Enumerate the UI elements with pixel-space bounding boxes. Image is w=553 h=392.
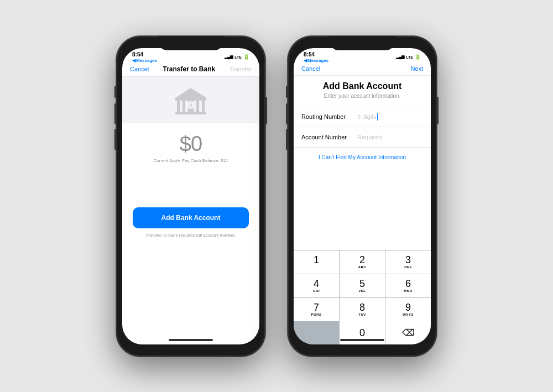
back-label: Messages (136, 58, 157, 63)
volume-down-button2 (286, 129, 288, 150)
screen2-header: Add Bank Account Enter your account info… (314, 76, 411, 107)
amount-display: $0 (180, 132, 202, 156)
status-bar: 8:54 ◀ Messages ▂▄▆ LTE 🔋 (122, 48, 259, 64)
numpad-key-4[interactable]: 4 GHI (294, 274, 339, 297)
back-label2: Messages (307, 58, 328, 63)
cancel-button2[interactable]: Cancel (301, 65, 320, 72)
svg-text:$: $ (189, 103, 192, 108)
numpad-key-5[interactable]: 5 JKL (340, 274, 385, 297)
battery-icon2: 🔋 (415, 54, 421, 60)
next-button[interactable]: Next (410, 65, 423, 72)
back-nav[interactable]: ◀ Messages (132, 58, 157, 63)
numpad-empty (294, 321, 339, 344)
back-arrow2: ◀ (304, 58, 307, 63)
time2: 8:54 (304, 51, 328, 58)
routing-row: Routing Number 9 digits (294, 107, 431, 127)
svg-rect-1 (175, 98, 206, 101)
silent-button2 (286, 86, 288, 98)
numpad: 1 2 ABC 3 DEF 4 (294, 250, 431, 321)
numpad-key-1[interactable]: 1 (294, 250, 339, 274)
back-arrow: ◀ (132, 58, 135, 63)
signal-icon2: ▂▄▆ (396, 55, 404, 59)
form-section: Routing Number 9 digits Account Number R… (294, 107, 431, 148)
numpad-container: 1 2 ABC 3 DEF 4 (294, 250, 431, 344)
phone1-screen: 8:54 ◀ Messages ▂▄▆ LTE 🔋 Cancel Transfe… (122, 48, 259, 344)
svg-marker-2 (175, 88, 206, 98)
screen2-content: Add Bank Account Enter your account info… (294, 76, 431, 344)
numpad-key-3[interactable]: 3 DEF (385, 250, 431, 274)
numpad-key-7[interactable]: 7 PQRS (294, 298, 339, 321)
time: 8:54 (132, 51, 157, 58)
home-indicator2 (340, 339, 384, 341)
cancel-button[interactable]: Cancel (130, 66, 149, 72)
screen2-title: Add Bank Account (323, 81, 402, 91)
bank-icon-area: $ (122, 77, 259, 123)
account-placeholder[interactable]: Required (357, 134, 382, 140)
transfer-button[interactable]: Transfer (229, 66, 252, 72)
phone1: 8:54 ◀ Messages ▂▄▆ LTE 🔋 Cancel Transfe… (116, 36, 265, 357)
svg-rect-9 (175, 112, 206, 114)
add-bank-account-button[interactable]: Add Bank Account (133, 207, 249, 228)
signal-icon: ▂▄▆ (225, 55, 233, 59)
phone2-screen: 8:54 ◀ Messages ▂▄▆ LTE 🔋 Cancel Next (294, 48, 431, 344)
numpad-key-9[interactable]: 9 WXYZ (385, 298, 431, 321)
nav-title: Transfer to Bank (163, 65, 216, 73)
status-bar2: 8:54 ◀ Messages ▂▄▆ LTE 🔋 (294, 48, 431, 64)
power-button2 (437, 97, 439, 124)
bank-icon: $ (174, 87, 207, 117)
volume-down-button (114, 129, 116, 150)
silent-button (114, 86, 116, 98)
phones-container: 8:54 ◀ Messages ▂▄▆ LTE 🔋 Cancel Transfe… (116, 36, 437, 357)
status-icons: ▂▄▆ LTE 🔋 (225, 54, 249, 60)
transfer-note: Transfer to bank requires full account n… (146, 233, 236, 238)
backspace-icon: ⌫ (402, 327, 415, 338)
home-indicator (169, 339, 213, 341)
nav-bar: Cancel Transfer to Bank Transfer (122, 64, 259, 77)
routing-placeholder[interactable]: 9 digits (357, 113, 377, 120)
notch2 (329, 36, 395, 50)
lte-label: LTE (234, 55, 242, 59)
lte-label2: LTE (406, 55, 413, 59)
notch (158, 36, 224, 50)
routing-label: Routing Number (301, 113, 354, 120)
balance-label: Current Apple Pay Cash Balance: $11 (154, 158, 228, 163)
status-icons2: ▂▄▆ LTE 🔋 (396, 54, 421, 60)
cursor (377, 113, 378, 121)
account-row: Account Number Required (294, 127, 431, 147)
nav-bar2: Cancel Next (294, 64, 431, 76)
numpad-backspace[interactable]: ⌫ (385, 321, 431, 344)
numpad-key-6[interactable]: 6 MNO (385, 274, 431, 297)
volume-up-button (114, 103, 116, 124)
cant-find-link[interactable]: I Can't Find My Account Information (319, 148, 406, 165)
back-nav2[interactable]: ◀ Messages (304, 58, 328, 63)
screen-content: $0 Current Apple Pay Cash Balance: $11 A… (122, 123, 259, 238)
volume-up-button2 (286, 103, 288, 124)
battery-icon: 🔋 (243, 54, 249, 60)
numpad-key-2[interactable]: 2 ABC (340, 250, 385, 274)
svg-rect-6 (199, 101, 202, 112)
phone2: 8:54 ◀ Messages ▂▄▆ LTE 🔋 Cancel Next (288, 36, 437, 357)
screen2-subtitle: Enter your account information. (323, 93, 402, 99)
numpad-key-8[interactable]: 8 TUV (340, 298, 385, 321)
svg-rect-3 (180, 101, 182, 112)
power-button (265, 97, 267, 124)
account-label: Account Number (301, 134, 354, 140)
